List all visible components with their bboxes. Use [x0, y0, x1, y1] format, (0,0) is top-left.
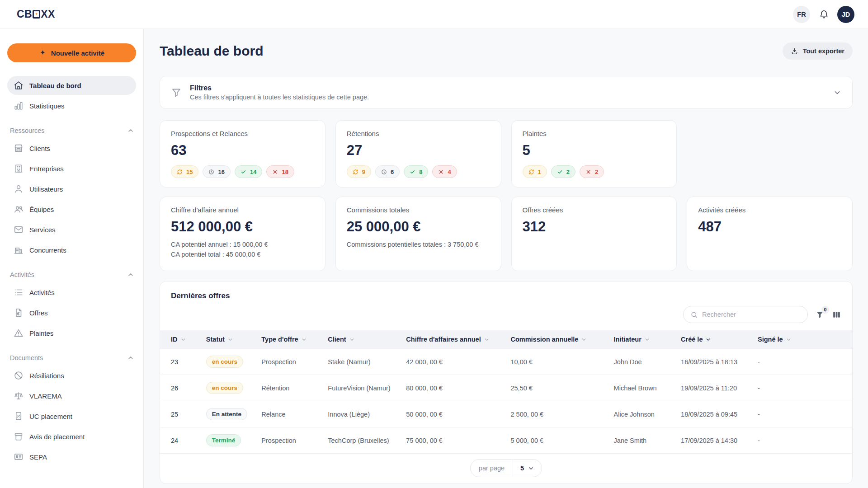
column-header-chiffre-affaires[interactable]: Chiffre d'affaires annuel [401, 330, 506, 349]
refresh-badge: 1 [523, 165, 547, 178]
new-activity-button[interactable]: Nouvelle activité [7, 43, 136, 62]
status-badge: en cours [206, 356, 243, 368]
per-page-control: par page 5 [470, 459, 542, 477]
file-euro-icon [14, 308, 24, 318]
table-row[interactable]: 25 En attente Relance Innova (Liège) 50 … [160, 401, 852, 427]
chevron-down-icon[interactable] [833, 89, 841, 97]
chevron-up-icon [127, 127, 134, 134]
cell-commission: 10,00 € [506, 349, 609, 375]
cell-revenue: 50 000, 00 € [401, 401, 506, 427]
sidebar-item-activites[interactable]: Activités [7, 283, 136, 302]
status-badge: Terminé [206, 434, 241, 446]
column-header-commission[interactable]: Commission annuelle [506, 330, 609, 349]
cell-status: en cours [202, 349, 257, 375]
logo-text-prefix: CB [17, 8, 32, 20]
sidebar-item-vlarema[interactable]: VLAREMA [7, 386, 136, 405]
sidebar-item-services[interactable]: Services [7, 220, 136, 239]
search-input-wrapper [683, 306, 808, 323]
chevron-up-icon [127, 271, 134, 278]
logo-box-icon [33, 10, 40, 19]
id-card-icon [14, 452, 24, 462]
cell-type: Prospection [257, 349, 323, 375]
cross-badge: 4 [432, 165, 457, 178]
cell-revenue: 80 000, 00 € [401, 375, 506, 401]
sidebar-item-resiliations[interactable]: Résiliations [7, 366, 136, 385]
cell-commission: 2 500, 00 € [506, 401, 609, 427]
home-icon [14, 80, 24, 90]
sidebar-item-avis-de-placement[interactable]: Avis de placement [7, 427, 136, 446]
column-header-id[interactable]: ID [160, 330, 202, 349]
cell-id: 25 [160, 401, 202, 427]
stats-row-2: Chiffre d'affaire annuel 512 000,00 € CA… [160, 197, 853, 271]
sidebar-section-activites[interactable]: Activités [10, 271, 134, 278]
clock-icon [381, 169, 387, 175]
bell-icon [819, 9, 829, 19]
search-input[interactable] [702, 311, 801, 318]
export-all-button[interactable]: Tout exporter [783, 42, 853, 60]
check-badge: 2 [551, 165, 576, 178]
sidebar-section-documents[interactable]: Documents [10, 354, 134, 361]
sort-chevron-icon [301, 337, 307, 343]
scales-icon [14, 391, 24, 401]
cell-client: Innova (Liège) [323, 401, 401, 427]
table-row[interactable]: 23 en cours Prospection Stake (Namur) 42… [160, 349, 852, 375]
sidebar-item-sepa[interactable]: SEPA [7, 447, 136, 466]
stats-row-1: Prospections et Relances 63 15 16 14 18 … [160, 120, 853, 188]
per-page-select[interactable]: 5 [513, 460, 542, 477]
clock-badge: 6 [375, 165, 400, 178]
cell-signed: - [753, 401, 852, 427]
column-header-cree-le[interactable]: Créé le [676, 330, 753, 349]
stat-subline: CA potentiel annuel : 15 000,00 € [171, 239, 314, 249]
sidebar-item-tableau-de-bord[interactable]: Tableau de bord [7, 76, 136, 95]
stat-value: 5 [523, 142, 666, 159]
cell-created: 19/09/2025 à 11:20 [676, 375, 753, 401]
cell-client: Stake (Namur) [323, 349, 401, 375]
refresh-icon [528, 169, 534, 175]
sidebar-item-plaintes[interactable]: Plaintes [7, 324, 136, 343]
table-row[interactable]: 26 en cours Rétention FutureVision (Namu… [160, 375, 852, 401]
sidebar: Nouvelle activité Tableau de bord Statis… [0, 29, 144, 488]
table-columns-button[interactable] [832, 310, 841, 319]
column-header-client[interactable]: Client [323, 330, 401, 349]
language-switcher[interactable]: FR [793, 6, 810, 23]
cell-id: 26 [160, 375, 202, 401]
filters-panel: Filtres Ces filtres s'appliquent à toute… [160, 76, 853, 109]
office-buildings-icon [14, 245, 24, 255]
per-page-label: par page [471, 465, 513, 472]
main-content: Tableau de bord Tout exporter Filtres Ce… [144, 29, 868, 488]
download-icon [791, 47, 798, 55]
table-row[interactable]: 24 Terminé Prospection TechCorp (Bruxell… [160, 427, 852, 454]
cell-revenue: 42 000, 00 € [401, 349, 506, 375]
sort-chevron-icon [644, 337, 650, 343]
sidebar-section-ressources[interactable]: Ressources [10, 127, 134, 134]
stat-value: 25 000,00 € [347, 219, 490, 235]
stat-value: 487 [698, 219, 841, 235]
funnel-icon [171, 87, 182, 98]
sidebar-item-uc-placement[interactable]: UC placement [7, 407, 136, 426]
sidebar-item-concurrents[interactable]: Concurrents [7, 240, 136, 259]
column-header-statut[interactable]: Statut [202, 330, 257, 349]
app-logo: CB XX [17, 8, 55, 20]
sidebar-item-equipes[interactable]: Équipes [7, 200, 136, 219]
notifications-button[interactable] [817, 6, 830, 23]
sidebar-item-utilisateurs[interactable]: Utilisateurs [7, 179, 136, 198]
sidebar-item-offres[interactable]: Offres [7, 303, 136, 322]
sort-chevron-icon-active [705, 337, 711, 343]
offers-title: Dernières offres [160, 282, 852, 303]
columns-icon [832, 310, 841, 319]
column-header-signe-le[interactable]: Signé le [753, 330, 852, 349]
sidebar-item-statistiques[interactable]: Statistiques [7, 96, 136, 115]
sidebar-item-clients[interactable]: Clients [7, 139, 136, 158]
column-header-type[interactable]: Type d'offre [257, 330, 323, 349]
avatar[interactable]: JD [837, 6, 854, 23]
cell-initiator: Alice Johnson [609, 401, 677, 427]
cell-revenue: 75 000, 00 € [401, 427, 506, 454]
table-filter-button[interactable]: 0 [815, 310, 825, 319]
sidebar-item-entreprises[interactable]: Entreprises [7, 159, 136, 178]
offers-table: ID Statut Type d'offre Client Chiffre d'… [160, 330, 852, 453]
status-badge: En attente [206, 408, 247, 420]
column-header-initiateur[interactable]: Initiateur [609, 330, 677, 349]
stat-value: 27 [347, 142, 490, 159]
check-icon [410, 169, 415, 175]
warning-triangle-icon [14, 328, 24, 338]
